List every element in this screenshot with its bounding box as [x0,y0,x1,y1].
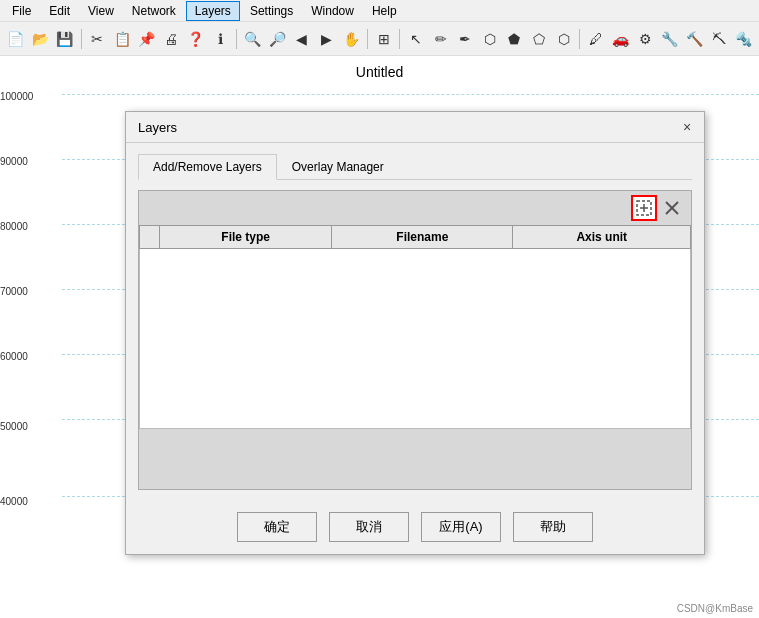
open-button[interactable]: 📂 [29,27,53,51]
layers-dialog: Layers × Add/Remove Layers Overlay Manag… [125,111,705,555]
ok-button[interactable]: 确定 [237,512,317,542]
sep5 [579,29,580,49]
col-filename: Filename [332,226,513,249]
table-body [140,249,691,429]
layers-table: File type Filename Axis unit [139,225,691,429]
scale-40000: 40000 [0,496,32,507]
dialog-footer: 确定 取消 应用(A) 帮助 [126,500,704,554]
draw4-button[interactable]: ⬟ [503,27,527,51]
cancel-button[interactable]: 取消 [329,512,409,542]
edit6-button[interactable]: ⛏ [707,27,731,51]
help-button[interactable]: 帮助 [513,512,593,542]
save-button[interactable]: 💾 [53,27,77,51]
question-button[interactable]: ❓ [184,27,208,51]
sep2 [236,29,237,49]
col-check [140,226,160,249]
menu-bar: File Edit View Network Layers Settings W… [0,0,759,22]
menu-window[interactable]: Window [303,2,362,20]
back-button[interactable]: ◀ [290,27,314,51]
scale-90000: 90000 [0,156,32,167]
dialog-body: Add/Remove Layers Overlay Manager [126,143,704,500]
toolbar: 📄 📂 💾 ✂ 📋 📌 🖨 ❓ ℹ 🔍 🔎 ◀ ▶ ✋ ⊞ ↖ ✏ ✒ ⬡ ⬟ … [0,22,759,56]
scale-100000: 100000 [0,91,37,102]
scale-50000: 50000 [0,421,32,432]
dialog-tabs: Add/Remove Layers Overlay Manager [138,153,692,180]
draw5-button[interactable]: ⬠ [527,27,551,51]
draw6-button[interactable]: ⬡ [552,27,576,51]
tab-overlay[interactable]: Overlay Manager [277,154,399,180]
copy-button[interactable]: 📋 [110,27,134,51]
new-button[interactable]: 📄 [4,27,28,51]
scale-80000: 80000 [0,221,32,232]
watermark: CSDN@KmBase [677,603,753,614]
draw1-button[interactable]: ✏ [429,27,453,51]
add-layer-button[interactable] [631,195,657,221]
info-button[interactable]: ℹ [208,27,232,51]
draw3-button[interactable]: ⬡ [478,27,502,51]
canvas-area: Untitled 100000 90000 80000 70000 60000 … [0,56,759,618]
dialog-close-button[interactable]: × [678,118,696,136]
menu-layers[interactable]: Layers [186,1,240,21]
edit4-button[interactable]: 🔧 [658,27,682,51]
draw2-button[interactable]: ✒ [454,27,478,51]
col-file-type: File type [160,226,332,249]
apply-button[interactable]: 应用(A) [421,512,501,542]
table-container: File type Filename Axis unit [138,190,692,490]
scale-60000: 60000 [0,351,32,362]
paste-button[interactable]: 📌 [135,27,159,51]
table-toolbar [139,191,691,225]
scale-70000: 70000 [0,286,32,297]
menu-settings[interactable]: Settings [242,2,301,20]
menu-edit[interactable]: Edit [41,2,78,20]
edit3-button[interactable]: ⚙ [633,27,657,51]
menu-help[interactable]: Help [364,2,405,20]
remove-layer-button[interactable] [659,195,685,221]
edit2-button[interactable]: 🚗 [609,27,633,51]
dialog-title: Layers [138,120,177,135]
forward-button[interactable]: ▶ [315,27,339,51]
dialog-title-bar: Layers × [126,112,704,143]
edit1-button[interactable]: 🖊 [584,27,608,51]
zoom-in-button[interactable]: 🔍 [241,27,265,51]
pan-button[interactable]: ✋ [339,27,363,51]
select-button[interactable]: ↖ [404,27,428,51]
sep1 [81,29,82,49]
sep4 [399,29,400,49]
grid-line-1 [62,94,759,95]
zoom-out-button[interactable]: 🔎 [266,27,290,51]
cut-button[interactable]: ✂ [86,27,110,51]
menu-file[interactable]: File [4,2,39,20]
grid-button[interactable]: ⊞ [372,27,396,51]
menu-network[interactable]: Network [124,2,184,20]
edit7-button[interactable]: 🔩 [732,27,756,51]
col-axis-unit: Axis unit [513,226,691,249]
canvas-title: Untitled [0,56,759,84]
tab-add-remove[interactable]: Add/Remove Layers [138,154,277,180]
print-button[interactable]: 🖨 [159,27,183,51]
sep3 [367,29,368,49]
edit5-button[interactable]: 🔨 [683,27,707,51]
menu-view[interactable]: View [80,2,122,20]
